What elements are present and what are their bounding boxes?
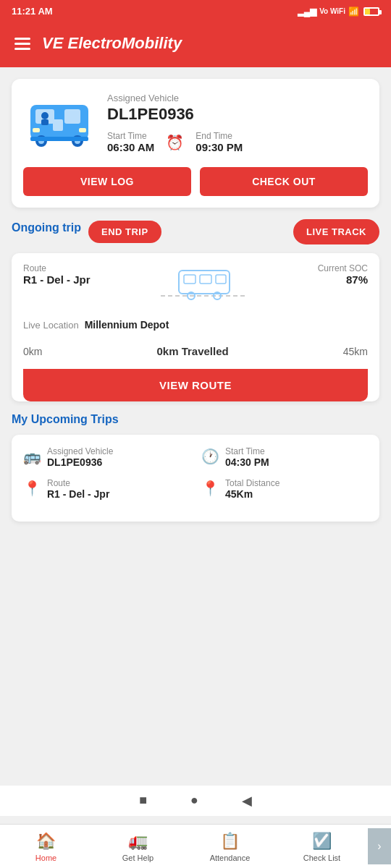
vehicle-icon: 🚌 [23,448,41,465]
distance-row: 0km 0km Travelled 45km [23,339,368,363]
soc-label: Current SOC [318,263,368,273]
get-help-label: Get Help [122,854,154,862]
upcoming-start-time: 🕐 Start Time 04:30 PM [201,446,368,468]
soc-value: 87% [318,273,368,286]
upcoming-row-2: 📍 Route R1 - Del - Jpr 📍 Total Distance … [23,478,368,500]
ongoing-trip-label: Ongoing trip [12,221,81,234]
upcoming-row-1: 🚌 Assigned Vehicle DL1PE0936 🕐 Start Tim… [23,446,368,468]
arrow-icon: › [377,840,381,853]
view-log-button[interactable]: VIEW LOG [23,167,191,196]
svg-rect-17 [216,275,226,284]
svg-rect-12 [41,119,49,125]
distance-icon: 📍 [201,480,219,497]
app-title: VE ElectroMobility [42,34,182,53]
home-icon: 🏠 [36,832,56,851]
bus-illustration [23,90,96,156]
vo-wifi-label: Vo WiFi [319,7,345,15]
upcoming-route-label: Route [47,478,109,488]
check-list-icon: ☑️ [312,832,332,851]
card-actions: VIEW LOG CHECK OUT [23,167,368,196]
end-time-label: End Time [196,131,243,141]
upcoming-start-label: Start Time [225,446,269,456]
location-label: Live Location [23,320,79,331]
view-route-button[interactable]: VIEW ROUTE [23,369,368,401]
upcoming-clock-icon: 🕐 [201,448,219,465]
attendance-icon: 📋 [220,832,240,851]
end-time-value: 09:30 PM [196,141,243,153]
svg-rect-16 [200,275,211,284]
nav-arrow[interactable]: › [368,828,391,864]
vehicle-id: DL1PE0936 [107,105,368,124]
live-track-button[interactable]: LIVE TRACK [293,219,379,244]
status-icons: ▂▄▆ Vo WiFi 📶 [298,7,379,17]
vehicle-card: Assigned Vehicle DL1PE0936 Start Time 06… [12,79,379,208]
android-circle-btn[interactable]: ● [190,793,198,809]
upcoming-distance-label: Total Distance [225,478,279,488]
upcoming-trips-label: My Upcoming Trips [12,413,379,426]
signal-icon: ▂▄▆ [298,7,317,17]
soc-info: Current SOC 87% [318,263,368,286]
bottom-navigation: 🏠 Home 🚛 Get Help 📋 Attendance ☑️ Check … [0,824,391,868]
vehicle-info: Assigned Vehicle DL1PE0936 Start Time 06… [107,93,368,153]
status-bar: 11:21 AM ▂▄▆ Vo WiFi 📶 [0,0,391,22]
distance-end: 45km [343,346,368,357]
ongoing-trip-card: Route R1 - Del - Jpr [12,253,379,401]
nav-check-list[interactable]: ☑️ Check List [276,825,368,868]
svg-rect-9 [33,128,40,132]
home-label: Home [35,854,56,862]
battery-icon [363,7,379,16]
svg-rect-3 [53,119,63,131]
nav-attendance[interactable]: 📋 Attendance [184,825,276,868]
distance-travelled: 0km Travelled [156,345,228,357]
route-value: R1 - Del - Jpr [23,273,91,286]
app-header: VE ElectroMobility [0,22,391,67]
upcoming-distance: 📍 Total Distance 45Km [201,478,368,500]
location-row: Live Location Millennium Depot [23,319,368,331]
assigned-vehicle-label: Assigned Vehicle [107,93,368,103]
svg-point-11 [41,112,49,119]
upcoming-vehicle: 🚌 Assigned Vehicle DL1PE0936 [23,446,190,468]
clock-icon: ⏰ [166,134,184,151]
get-help-icon: 🚛 [128,832,148,851]
upcoming-distance-value: 45Km [225,488,279,500]
svg-rect-14 [179,271,230,294]
location-value: Millennium Depot [85,319,169,331]
svg-rect-10 [79,128,86,132]
ongoing-trip-header: Ongoing trip END TRIP LIVE TRACK [12,219,379,244]
distance-start: 0km [23,346,42,357]
start-time-value: 06:30 AM [107,141,154,153]
svg-rect-15 [184,275,196,284]
svg-rect-2 [64,109,80,124]
upcoming-route: 📍 Route R1 - Del - Jpr [23,478,190,500]
check-list-label: Check List [303,854,340,862]
svg-rect-8 [30,137,88,141]
android-navigation: ■ ● ◀ [0,785,391,816]
main-content: Assigned Vehicle DL1PE0936 Start Time 06… [0,67,391,539]
android-square-btn[interactable]: ■ [139,793,147,809]
android-back-btn[interactable]: ◀ [242,793,252,809]
upcoming-route-value: R1 - Del - Jpr [47,488,109,500]
nav-home[interactable]: 🏠 Home [0,825,92,868]
nav-get-help[interactable]: 🚛 Get Help [92,825,184,868]
route-icon: 📍 [23,480,41,497]
attendance-label: Attendance [210,854,251,862]
wifi-icon: 📶 [348,7,359,17]
upcoming-trip-card: 🚌 Assigned Vehicle DL1PE0936 🕐 Start Tim… [12,435,379,522]
upcoming-vehicle-label: Assigned Vehicle [47,446,113,456]
upcoming-trips-section: My Upcoming Trips 🚌 Assigned Vehicle DL1… [12,413,379,522]
status-time: 11:21 AM [12,6,53,17]
route-label: Route [23,263,91,273]
check-out-button[interactable]: CHECK OUT [200,167,368,196]
hamburger-menu[interactable] [14,38,30,50]
end-trip-button[interactable]: END TRIP [88,221,161,243]
upcoming-start-value: 04:30 PM [225,456,269,468]
upcoming-vehicle-value: DL1PE0936 [47,456,113,468]
start-time-label: Start Time [107,131,154,141]
route-info: Route R1 - Del - Jpr [23,263,91,286]
